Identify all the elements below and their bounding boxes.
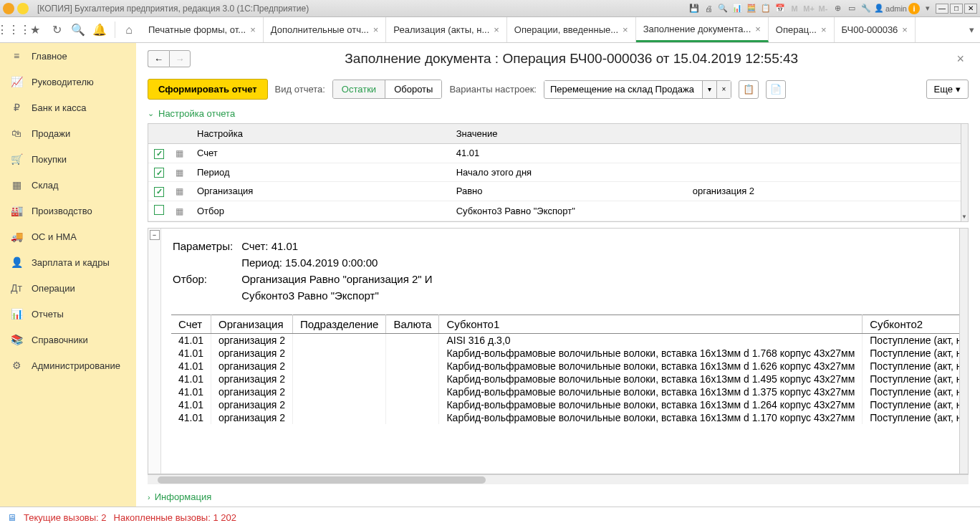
report-horizontal-scrollbar[interactable] [148, 474, 969, 484]
table-row[interactable]: 41.01организация 2Карбид-вольфрамовые во… [171, 347, 959, 360]
variants-select[interactable]: ▾ × [544, 80, 731, 99]
zoom-in-icon[interactable]: ⊕ [831, 2, 844, 15]
form-report-button[interactable]: Сформировать отчет [148, 79, 268, 100]
home-icon[interactable]: ⌂ [117, 17, 141, 42]
sidebar-item-chart[interactable]: 📈Руководителю [0, 69, 136, 95]
settings-row[interactable]: ✓ ▦ Организация Равно организация 2 [148, 182, 968, 201]
tab-close-icon[interactable]: × [373, 24, 379, 35]
info-icon[interactable]: i [908, 3, 920, 14]
checkbox-icon[interactable]: ✓ [154, 149, 164, 159]
forward-button[interactable]: → [169, 50, 191, 67]
print-icon[interactable]: 🖨 [702, 2, 715, 15]
save-icon[interactable]: 💾 [688, 2, 701, 15]
tab-4[interactable]: Заполнение документа...× [636, 17, 769, 42]
dropdown-icon[interactable]: ▾ [921, 2, 934, 15]
sidebar-item-cart[interactable]: 🛒Покупки [0, 146, 136, 172]
tab-close-icon[interactable]: × [250, 24, 256, 35]
tabs-dropdown[interactable]: ▾ [963, 17, 980, 42]
checkbox-icon[interactable] [154, 205, 164, 215]
info-section-header[interactable]: › Информация [136, 487, 980, 507]
apps-icon[interactable]: ⋮⋮⋮ [3, 17, 24, 43]
tab-close-icon[interactable]: × [494, 24, 499, 35]
settings-section-header[interactable]: ⌄ Настройка отчета [136, 104, 980, 123]
report-column-header[interactable]: Субконто1 [439, 315, 863, 333]
tab-1[interactable]: Дополнительные отч...× [264, 17, 387, 42]
pdf-button[interactable]: 📄 [766, 80, 786, 99]
calc-icon[interactable]: 🧮 [745, 2, 758, 15]
copy-settings-button[interactable]: 📋 [739, 80, 759, 99]
sidebar-item-bars[interactable]: 📊Отчеты [0, 301, 136, 327]
hscroll-thumb[interactable] [158, 476, 486, 484]
report-column-header[interactable]: Счет [171, 315, 211, 333]
minimize-button[interactable]: — [936, 4, 948, 14]
settings-scrollbar[interactable] [961, 124, 968, 221]
report-outline-gutter[interactable]: − [148, 229, 161, 474]
history-icon[interactable]: ↻ [46, 17, 67, 43]
tools-icon[interactable]: 🔧 [860, 2, 873, 15]
variants-clear-button[interactable]: × [716, 81, 731, 98]
table-row[interactable]: 41.01организация 2AISI 316 д.3,0Поступле… [171, 333, 959, 347]
report-vertical-scrollbar[interactable] [959, 229, 968, 474]
person-icon: 👤 [10, 256, 23, 269]
collapse-toggle[interactable]: − [150, 230, 160, 240]
sidebar-item-boxes[interactable]: ▦Склад [0, 172, 136, 198]
layout-icon[interactable]: ▭ [845, 2, 858, 15]
settings-scroll-down[interactable]: ▼ [961, 213, 968, 221]
report-column-header[interactable]: Подразделение [293, 315, 386, 333]
tab-6[interactable]: БЧ00-000036× [835, 17, 916, 42]
variants-input[interactable] [544, 81, 702, 97]
user-menu[interactable]: 👤 admin [874, 4, 907, 13]
tab-3[interactable]: Операции, введенные...× [507, 17, 636, 42]
settings-row[interactable]: ✓ ▦ Счет 41.01 [148, 144, 968, 163]
close-window-button[interactable]: ✕ [964, 4, 977, 14]
report-type-turnovers[interactable]: Обороты [385, 80, 441, 98]
sidebar-item-factory[interactable]: 🏭Производство [0, 198, 136, 224]
memory-mplus-icon[interactable]: M+ [802, 2, 815, 15]
sidebar-item-menu[interactable]: ≡Главное [0, 43, 136, 69]
maximize-button[interactable]: □ [950, 4, 963, 14]
memory-m-icon[interactable]: M [788, 2, 801, 15]
more-button[interactable]: Еще ▾ [926, 80, 969, 99]
tab-0[interactable]: Печатные формы, от...× [141, 17, 264, 42]
tab-close-icon[interactable]: × [821, 24, 827, 35]
tab-close-icon[interactable]: × [902, 24, 908, 35]
report-column-header[interactable]: Валюта [386, 315, 439, 333]
dtkt-icon: Дт [10, 282, 23, 294]
table-row[interactable]: 41.01организация 2Карбид-вольфрамовые во… [171, 411, 959, 424]
sidebar-item-truck[interactable]: 🚚ОС и НМА [0, 224, 136, 249]
table-row[interactable]: 41.01организация 2Карбид-вольфрамовые во… [171, 385, 959, 398]
table-row[interactable]: 41.01организация 2Карбид-вольфрамовые во… [171, 360, 959, 373]
sidebar-item-gear[interactable]: ⚙Администрирование [0, 352, 136, 378]
tab-close-icon[interactable]: × [623, 24, 628, 35]
close-page-button[interactable]: × [952, 52, 969, 67]
bell-icon[interactable]: 🔔 [89, 17, 110, 43]
sidebar-item-dtkt[interactable]: ДтОперации [0, 275, 136, 301]
report-column-header[interactable]: Субконто2 [863, 315, 959, 333]
app-icon-circle [17, 3, 29, 14]
tab-close-icon[interactable]: × [755, 24, 761, 34]
report-type-balances[interactable]: Остатки [333, 80, 385, 98]
tab-5[interactable]: Операц...× [769, 17, 835, 42]
preview-icon[interactable]: 🔍 [716, 2, 729, 15]
settings-row[interactable]: ✓ ▦ Период Начало этого дня [148, 163, 968, 182]
report-column-header[interactable]: Организация [211, 315, 293, 333]
sidebar-item-person[interactable]: 👤Зарплата и кадры [0, 249, 136, 275]
settings-row[interactable]: ▦ Отбор Субконто3 Равно "Экспорт" [148, 201, 968, 221]
memory-mminus-icon[interactable]: M- [817, 2, 830, 15]
notes-icon[interactable]: 📋 [759, 2, 772, 15]
tab-2[interactable]: Реализация (акты, н...× [386, 17, 506, 42]
back-button[interactable]: ← [148, 50, 169, 67]
sidebar-item-bank[interactable]: ₽Банк и касса [0, 95, 136, 120]
search-icon[interactable]: 🔍 [67, 17, 89, 43]
variants-dropdown-button[interactable]: ▾ [702, 81, 716, 98]
table-row[interactable]: 41.01организация 2Карбид-вольфрамовые во… [171, 398, 959, 411]
compare-icon[interactable]: 📊 [731, 2, 744, 15]
star-icon[interactable]: ★ [24, 17, 46, 43]
calendar-icon[interactable]: 📅 [774, 2, 787, 15]
checkbox-icon[interactable]: ✓ [154, 187, 164, 197]
table-row[interactable]: 41.01организация 2Карбид-вольфрамовые во… [171, 373, 959, 385]
sidebar-item-bag[interactable]: 🛍Продажи [0, 120, 136, 146]
more-label: Еще [934, 84, 953, 95]
checkbox-icon[interactable]: ✓ [154, 168, 164, 178]
sidebar-item-book[interactable]: 📚Справочники [0, 327, 136, 352]
